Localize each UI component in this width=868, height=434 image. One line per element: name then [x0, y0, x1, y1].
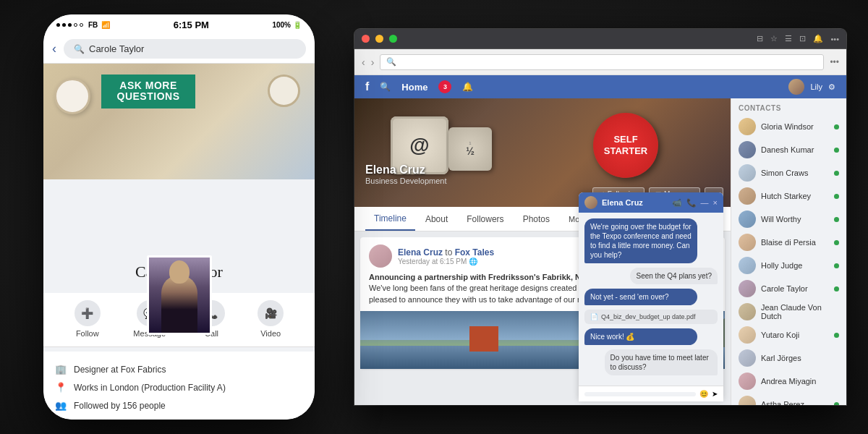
phone-time: 6:15 PM	[174, 20, 209, 30]
online-indicator	[834, 263, 839, 268]
typewriter-half-key: 1 ½	[448, 127, 492, 171]
notification-badge[interactable]: 3	[438, 80, 451, 93]
chat-minimize-icon[interactable]: —	[701, 198, 709, 208]
chat-input-row: 😊 ➤	[579, 386, 723, 401]
browser-more-icon[interactable]: •••	[830, 57, 839, 67]
contact-item-gloria-windsor[interactable]: Gloria Windsor	[731, 115, 846, 138]
profile-figure	[149, 258, 210, 333]
contact-name: Blaise di Persia	[761, 238, 829, 247]
search-field[interactable]: 🔍 Carole Taylor	[64, 39, 306, 59]
window-titlebar: ⊟ ☆ ☰ ⊡ 🔔 •••	[354, 29, 846, 49]
nav-photos[interactable]: Photos	[514, 208, 558, 230]
contact-item-andrea-miyagin[interactable]: Andrea Miyagin	[731, 370, 846, 393]
contact-item-hutch-starkey[interactable]: Hutch Starkey	[731, 184, 846, 208]
contact-item-astha-perez[interactable]: Astha Perez	[731, 393, 846, 405]
typewriter-self-starter-key: SELF STARTER	[593, 113, 658, 178]
online-indicator	[834, 240, 839, 245]
dot-2	[62, 23, 66, 27]
settings-icon[interactable]: ⚙	[828, 82, 835, 92]
detail-followers-text: Followed by 156 people	[74, 401, 166, 411]
bell-icon-app[interactable]: 🔔	[462, 82, 473, 92]
contact-item-carole-taylor[interactable]: Carole Taylor	[731, 277, 846, 300]
online-indicator	[834, 171, 839, 176]
close-button[interactable]	[362, 35, 370, 43]
minimize-button[interactable]	[375, 35, 383, 43]
bell-icon[interactable]: 🔔	[813, 34, 823, 43]
address-bar[interactable]: 🔍	[380, 54, 824, 70]
user-menu[interactable]: Lily ⚙	[788, 79, 835, 95]
fjord-building	[469, 326, 498, 352]
online-indicator	[834, 124, 839, 129]
contact-avatar	[739, 141, 756, 158]
browser-toolbar: ‹ › 🔍 •••	[354, 49, 846, 75]
contact-avatar	[739, 187, 756, 205]
chat-popup: Elena Cruz 📹 📞 — × We're going over the …	[579, 192, 723, 401]
contact-item-will-worthy[interactable]: Will Worthy	[731, 208, 846, 231]
contact-avatar	[739, 396, 756, 405]
signal-dots: FB 📶	[56, 21, 110, 29]
contacts-list: Gloria WindsorDanesh KumarSimon CrawsHut…	[731, 115, 846, 405]
location-icon: 📍	[55, 382, 67, 393]
contact-item-danesh-kumar[interactable]: Danesh Kumar	[731, 138, 846, 161]
contact-item-jean-claude-von-dutch[interactable]: Jean Claude Von Dutch	[731, 300, 846, 323]
follow-button[interactable]: ➕ Follow	[75, 300, 101, 338]
post-author-primary: Elena Cruz	[398, 247, 443, 258]
ask-more-sign: ASK MORE QUESTIONS	[101, 75, 195, 109]
clock-decoration-right	[268, 75, 300, 107]
chat-close-icon[interactable]: ×	[713, 198, 718, 208]
phone-status-bar: FB 📶 6:15 PM 100% 🔋	[43, 14, 315, 35]
nav-timeline[interactable]: Timeline	[365, 208, 415, 231]
nav-about[interactable]: About	[417, 208, 456, 230]
nav-followers[interactable]: Followers	[458, 208, 512, 230]
browser-action-icons: •••	[830, 57, 839, 67]
contact-name: Danesh Kumar	[761, 145, 829, 154]
chat-bubble-1: We're going over the budget for the Texp…	[584, 218, 697, 263]
chat-bubble-5: Nice work! 💰	[584, 328, 697, 345]
detail-followers: 👥 Followed by 156 people	[55, 396, 303, 414]
contact-name: Carole Taylor	[761, 284, 829, 293]
chat-phone-icon[interactable]: 📞	[686, 198, 697, 208]
contact-item-karl-jörges[interactable]: Karl Jörges	[731, 346, 846, 370]
file-icon: 📄	[590, 313, 598, 320]
post-target: Fox Tales	[455, 247, 494, 258]
carrier-label: FB	[88, 21, 98, 29]
nav-forward[interactable]: ›	[371, 56, 375, 68]
contact-item-blaise-di-persia[interactable]: Blaise di Persia	[731, 231, 846, 254]
search-icon-app[interactable]: 🔍	[380, 82, 391, 92]
chat-msg-5: Nice work! 💰	[584, 328, 718, 345]
more-icon[interactable]: •••	[830, 35, 839, 43]
chat-msg-1: We're going over the budget for the Texp…	[584, 218, 718, 263]
contact-avatar	[739, 373, 756, 390]
contact-name: Hutch Starkey	[761, 192, 829, 200]
chat-bubble-3: Not yet - send 'em over?	[584, 289, 697, 305]
share-icon[interactable]: ⊡	[799, 34, 806, 43]
chat-text-input[interactable]	[584, 392, 696, 396]
home-link[interactable]: Home	[401, 82, 427, 93]
send-icon[interactable]: ➤	[712, 390, 718, 398]
menu-icon[interactable]: ☰	[785, 34, 792, 43]
star-icon[interactable]: ☆	[770, 34, 778, 43]
emoji-icon[interactable]: 😊	[699, 390, 708, 398]
phone-battery: 100% 🔋	[272, 21, 302, 29]
contacts-sidebar: CONTACTS Gloria WindsorDanesh KumarSimon…	[731, 98, 846, 405]
back-button[interactable]: ‹	[52, 41, 56, 56]
contact-avatar	[739, 280, 756, 297]
chat-video-icon[interactable]: 📹	[672, 198, 682, 208]
contact-avatar	[739, 164, 756, 182]
profile-pic-container	[43, 179, 315, 219]
contact-item-holly-judge[interactable]: Holly Judge	[731, 254, 846, 277]
contact-name: Jean Claude Von Dutch	[761, 303, 839, 320]
dot-4	[74, 23, 77, 27]
chat-msg-2: Seen the Q4 plans yet?	[584, 268, 718, 284]
video-button[interactable]: 🎥 Video	[258, 300, 284, 338]
chat-msg-6: Do you have time to meet later to discus…	[584, 349, 718, 375]
maximize-button[interactable]	[389, 35, 397, 43]
nav-back[interactable]: ‹	[362, 56, 365, 68]
contact-avatar	[739, 303, 756, 320]
head	[169, 260, 190, 284]
contact-item-yutaro-koji[interactable]: Yutaro Koji	[731, 323, 846, 346]
bookmark-icon[interactable]: ⊟	[757, 34, 763, 43]
contact-item-simon-craws[interactable]: Simon Craws	[731, 161, 846, 184]
online-indicator	[834, 402, 839, 406]
clock-decoration-left	[54, 78, 90, 114]
